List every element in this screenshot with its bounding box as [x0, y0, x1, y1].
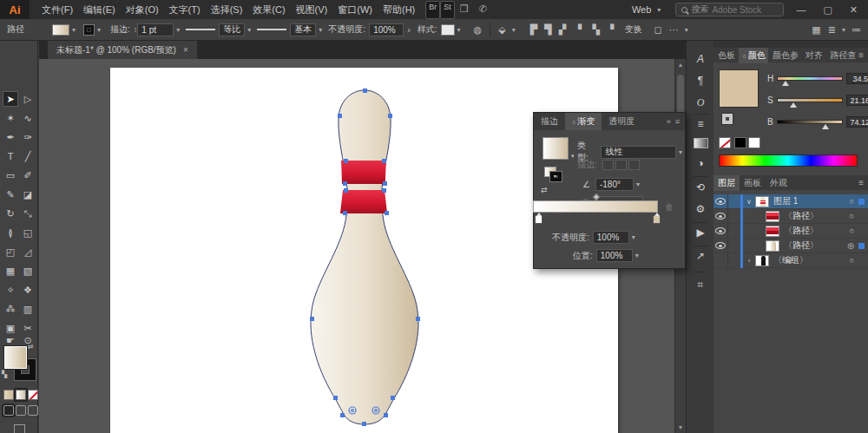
tab-transparency[interactable]: 透明度 [602, 113, 641, 130]
gradient-preview-swatch[interactable] [542, 137, 569, 160]
tab-appearance[interactable]: 外观 [766, 175, 792, 191]
tool-blend[interactable]: ❖ [20, 282, 36, 298]
align-right-icon[interactable]: ▞ [556, 24, 569, 36]
menu-select[interactable]: 选择(S) [206, 1, 248, 19]
close-button[interactable]: ✕ [845, 4, 863, 16]
panel-menu-icon[interactable]: ≡ [858, 50, 868, 60]
hue-value[interactable]: 34.5 [846, 73, 868, 84]
width-profile-dropdown[interactable]: 等比 [219, 23, 245, 36]
workspace-icon[interactable]: ≣ [825, 24, 839, 36]
stock-button[interactable]: St [440, 1, 455, 19]
black-swatch[interactable] [734, 137, 746, 148]
style-swatch[interactable] [441, 24, 455, 36]
layer-row[interactable]: › 〈编组〉 ○ [713, 253, 868, 268]
saturation-value[interactable]: 21.16 [846, 95, 868, 106]
layer-name[interactable]: 图层 1 [773, 195, 798, 207]
actions-panel-icon[interactable]: ▶ [687, 226, 714, 239]
tool-width[interactable]: ≬ [3, 225, 18, 240]
visibility-toggle[interactable] [713, 239, 728, 253]
tool-line-segment[interactable]: ╱ [20, 148, 36, 164]
gradient-preset-chevron-icon[interactable]: ▾ [571, 153, 575, 160]
brightness-value[interactable]: 74.12 [846, 116, 868, 128]
gradient-stop-right[interactable] [653, 215, 661, 224]
artboards-panel-icon[interactable]: ⌗ [687, 279, 714, 291]
visibility-toggle[interactable] [713, 209, 728, 224]
recolor-artwork-icon[interactable]: ◍ [470, 24, 486, 36]
stroke-gradient-along-button[interactable] [615, 160, 627, 170]
opacity-field[interactable]: 100% [369, 23, 404, 36]
tool-rotate[interactable]: ↻ [3, 206, 18, 221]
transparency-panel-icon[interactable]: ◑ [687, 157, 714, 169]
gradient-stop-left[interactable] [535, 215, 542, 224]
bridge-button[interactable]: Br [425, 1, 440, 19]
layer-name[interactable]: 〈路径〉 [784, 225, 819, 237]
target-circle-icon[interactable]: ○ [850, 212, 854, 220]
align-center-icon[interactable]: ▜ [541, 24, 555, 36]
tab-layers[interactable]: 图层 [713, 175, 740, 191]
tool-lasso[interactable]: ∿ [20, 110, 36, 126]
layer-thumbnail[interactable] [766, 240, 779, 252]
tool-column-graph[interactable]: ▥ [20, 301, 36, 317]
chevron-down-icon[interactable]: ▾ [632, 233, 635, 241]
shape-mode-icon[interactable]: ⬙ [495, 24, 509, 36]
align-top-icon[interactable]: ▘ [575, 24, 589, 36]
collapse-panel-icon[interactable]: » [667, 117, 671, 126]
menu-edit[interactable]: 编辑(E) [78, 1, 121, 19]
stroke-gradient-across-button[interactable] [628, 160, 640, 170]
search-adobe-stock[interactable]: 搜索 Adobe Stock [675, 3, 784, 16]
menu-object[interactable]: 对象(O) [121, 1, 164, 19]
expand-chevron-icon[interactable]: › [743, 257, 755, 265]
gradient-type-dropdown[interactable]: 线性 [601, 146, 676, 159]
tab-color[interactable]: ○颜色 [739, 48, 768, 63]
document-tab[interactable]: 未标题-1* @ 100% (RGB/预览) × [48, 41, 197, 59]
menu-view[interactable]: 视图(V) [291, 1, 333, 19]
align-bottom-icon[interactable]: ▝ [603, 24, 617, 36]
tool-mesh[interactable]: ▦ [3, 263, 18, 279]
brightness-handle[interactable] [822, 124, 829, 129]
tool-type[interactable]: T [3, 148, 18, 164]
tool-direct-selection[interactable]: ▷ [20, 91, 36, 107]
pin-stripe-top[interactable] [341, 161, 386, 184]
default-fill-stroke-icon[interactable]: ▚ [2, 371, 7, 378]
draw-normal-button[interactable] [3, 405, 14, 416]
layer-name[interactable]: 〈编组〉 [773, 254, 808, 266]
menu-file[interactable]: 文件(F) [36, 1, 78, 19]
pin-body-path[interactable] [311, 90, 418, 424]
tool-selection[interactable]: ➤ [3, 91, 18, 107]
saturation-slider[interactable] [777, 98, 843, 102]
layer-thumbnail[interactable] [766, 211, 779, 222]
chevron-down-icon[interactable]: ▾ [685, 26, 688, 34]
color-spectrum-bar[interactable] [719, 154, 858, 167]
workspace-switcher-icon[interactable]: ❒ [455, 1, 474, 19]
current-color-swatch[interactable] [719, 69, 759, 108]
isolate-icon[interactable]: ⋯ [666, 24, 682, 36]
saturation-handle[interactable] [790, 102, 797, 108]
chevron-down-icon[interactable]: ▾ [679, 148, 682, 156]
gradient-slider-track[interactable] [533, 200, 658, 213]
pin-stripe-bottom[interactable] [340, 190, 387, 213]
stroke-gradient-within-button[interactable] [602, 160, 614, 170]
chevron-down-icon[interactable]: ▾ [176, 26, 180, 34]
layer-thumbnail[interactable] [755, 255, 769, 266]
tool-eyedropper[interactable]: ✧ [3, 282, 18, 298]
layer-thumbnail[interactable] [766, 226, 779, 237]
target-circle-icon[interactable]: ○ [850, 256, 854, 265]
angle-field[interactable]: -180° [595, 178, 634, 191]
bounding-box-icon[interactable]: ◻ [651, 24, 666, 36]
restore-button[interactable]: ▢ [818, 4, 837, 16]
tab-gradient[interactable]: ○渐变 [565, 113, 602, 130]
panel-menu-icon[interactable]: ≡ [675, 117, 680, 126]
brightness-slider[interactable] [777, 120, 843, 124]
layer-row[interactable]: ∨ 图层 1 ○ [713, 194, 868, 209]
hue-slider[interactable] [777, 76, 843, 81]
tab-artboards[interactable]: 画板 [740, 175, 766, 191]
layer-row[interactable]: 〈路径〉 ○ [713, 224, 868, 239]
profile-dropdown[interactable]: Web ▾ [627, 3, 668, 16]
target-circle-icon[interactable]: ◎ [847, 241, 854, 250]
target-circle-icon[interactable]: ○ [850, 197, 854, 206]
character-panel-icon[interactable]: A [687, 53, 714, 65]
tool-paintbrush[interactable]: ✐ [20, 167, 36, 183]
export-panel-icon[interactable]: ↗ [687, 250, 714, 262]
gradient-position-field[interactable]: 100% [596, 249, 633, 262]
tab-align[interactable]: 对齐 [801, 48, 826, 63]
